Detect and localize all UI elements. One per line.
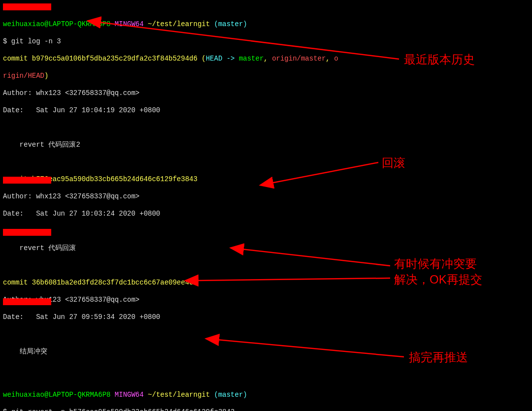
date-line: Date: Sat Jun 27 10:04:19 2020 +0800 <box>3 106 529 115</box>
author-line: Author: whx123 <327658337@qq.com> <box>3 89 529 98</box>
redaction-bar <box>3 298 51 305</box>
commit-line-2: commit b576eac95a590db33cb665b24d646c612… <box>3 175 529 184</box>
annotation-push: 搞完再推送 <box>409 349 468 365</box>
redaction-bar <box>3 177 51 184</box>
prompt-line: weihuaxiao@LAPTOP-QKRMA6P8 MINGW64 ~/tes… <box>3 391 529 400</box>
commit-msg: revert 代码回滚 <box>3 244 529 253</box>
date-line: Date: Sat Jun 27 09:59:34 2020 +0800 <box>3 313 529 322</box>
annotation-rollback: 回滚 <box>382 155 405 171</box>
author-line: Author: whx123 <327658337@qq.com> <box>3 192 529 201</box>
redaction-bar <box>3 3 51 10</box>
annotation-history: 最近版本历史 <box>404 52 475 67</box>
author-line: Author: whx123 <327658337@qq.com> <box>3 296 529 305</box>
prompt-line: weihuaxiao@LAPTOP-QKRMA6P8 MINGW64 ~/tes… <box>3 20 529 29</box>
command-git-log: $ git log -n 3 <box>3 37 529 46</box>
command-git-revert: $ git revert -n b576eac95a590db33cb665b2… <box>3 408 529 411</box>
redaction-bar <box>3 229 51 236</box>
date-line: Date: Sat Jun 27 10:03:24 2020 +0800 <box>3 210 529 219</box>
annotation-conflict: 有时候有冲突要解决，OK再提交 <box>394 256 482 287</box>
commit-msg: revert 代码回滚2 <box>3 141 529 150</box>
commit-refs-wrap: rigin/HEAD) <box>3 72 529 81</box>
